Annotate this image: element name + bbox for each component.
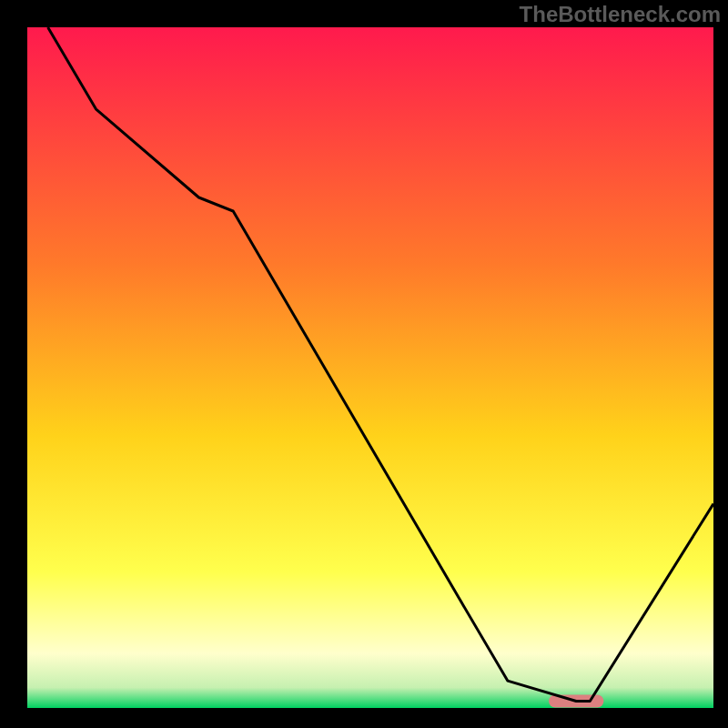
bottleneck-chart	[0, 0, 728, 728]
chart-svg	[0, 0, 728, 728]
svg-rect-1	[27, 27, 713, 708]
watermark-text: TheBottleneck.com	[520, 2, 721, 27]
